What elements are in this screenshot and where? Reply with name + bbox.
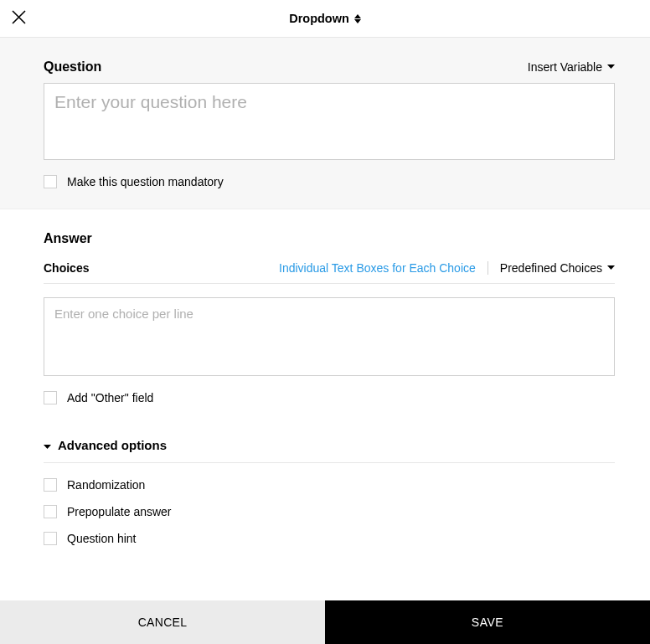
question-input[interactable]: [44, 83, 615, 160]
predefined-choices-label: Predefined Choices: [500, 261, 602, 275]
insert-variable-label: Insert Variable: [528, 60, 602, 74]
predefined-choices-dropdown[interactable]: Predefined Choices: [500, 261, 615, 275]
add-other-checkbox[interactable]: [44, 391, 57, 404]
choices-input[interactable]: [44, 297, 615, 376]
advanced-options-toggle[interactable]: Advanced options: [44, 438, 615, 463]
dialog-title: Dropdown: [289, 12, 349, 25]
choices-label: Choices: [44, 261, 89, 275]
caret-down-icon: [607, 265, 615, 270]
close-button[interactable]: [10, 10, 27, 27]
advanced-options-label: Advanced options: [58, 438, 167, 452]
question-hint-checkbox[interactable]: [44, 532, 57, 545]
caret-down-icon: [607, 64, 615, 70]
add-other-label: Add "Other" field: [67, 391, 153, 404]
type-selector-icon: [354, 14, 361, 23]
advanced-options-list: Randomization Prepopulate answer Questio…: [44, 478, 615, 545]
answer-section: Answer Choices Individual Text Boxes for…: [0, 209, 650, 562]
cancel-button[interactable]: CANCEL: [0, 600, 325, 644]
insert-variable-button[interactable]: Insert Variable: [528, 60, 615, 74]
advanced-option-label: Question hint: [67, 532, 137, 545]
question-label: Question: [44, 59, 101, 75]
mandatory-label: Make this question mandatory: [67, 175, 224, 188]
choices-header-row: Choices Individual Text Boxes for Each C…: [44, 261, 615, 284]
answer-label: Answer: [44, 231, 615, 246]
advanced-option-label: Prepopulate answer: [67, 505, 172, 518]
cancel-button-label: CANCEL: [138, 616, 188, 629]
save-button[interactable]: SAVE: [325, 600, 650, 644]
prepopulate-checkbox[interactable]: [44, 505, 57, 518]
save-button-label: SAVE: [472, 616, 503, 629]
advanced-option-label: Randomization: [67, 478, 145, 492]
dialog-header: Dropdown: [0, 0, 650, 38]
close-icon: [12, 10, 26, 28]
question-section: Question Insert Variable Make this quest…: [0, 38, 650, 209]
mandatory-checkbox[interactable]: [44, 175, 57, 188]
dialog-footer: CANCEL SAVE: [0, 600, 650, 644]
randomization-checkbox[interactable]: [44, 478, 57, 492]
caret-down-icon: [44, 438, 51, 452]
dialog-title-group[interactable]: Dropdown: [289, 12, 361, 25]
vertical-divider: [488, 261, 488, 275]
individual-textboxes-link[interactable]: Individual Text Boxes for Each Choice: [279, 261, 476, 275]
